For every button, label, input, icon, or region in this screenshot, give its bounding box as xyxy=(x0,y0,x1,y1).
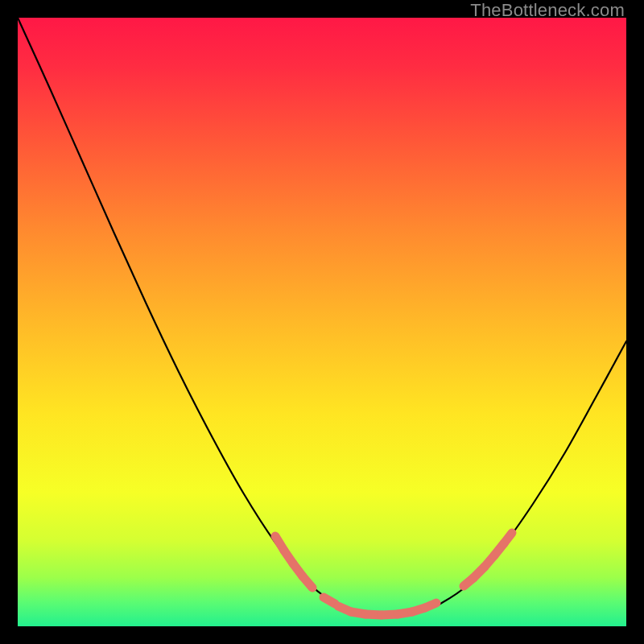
marker-segment xyxy=(425,603,436,608)
gradient-background xyxy=(18,18,626,626)
plot-frame xyxy=(18,18,626,626)
plot-area xyxy=(18,18,626,626)
watermark-text: TheBottleneck.com xyxy=(470,0,625,21)
bottleneck-chart xyxy=(18,18,626,626)
marker-segment xyxy=(324,597,335,604)
